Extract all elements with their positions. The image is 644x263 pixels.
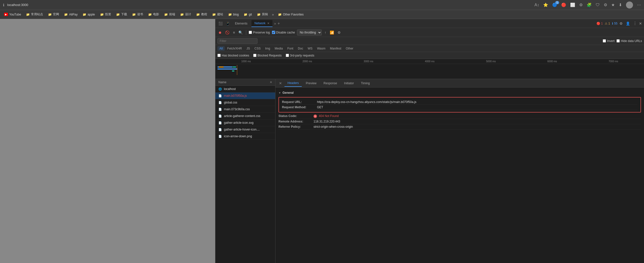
- type-filter-media[interactable]: Media: [273, 46, 285, 51]
- request-item-hover-icon[interactable]: 📄 gather-article-hover-icon....: [215, 126, 275, 133]
- tab-elements[interactable]: Elements: [232, 20, 250, 27]
- more-icon[interactable]: ⋯: [637, 2, 641, 7]
- detail-tab-initiator[interactable]: Initiator: [341, 80, 357, 86]
- filter-toggle-icon[interactable]: ≡: [232, 30, 236, 35]
- invert-checkbox[interactable]: Invert: [603, 39, 614, 43]
- bookmark-jian-zhan[interactable]: 📁 建站: [210, 11, 225, 18]
- download-icon[interactable]: ⬇: [619, 2, 622, 7]
- window-icon[interactable]: ⬜: [570, 2, 575, 7]
- record-button[interactable]: ⏺: [217, 30, 222, 35]
- bookmark-apple[interactable]: 📁 apple: [81, 12, 97, 17]
- detail-tab-timing[interactable]: Timing: [358, 80, 373, 86]
- request-item-main-css[interactable]: 📄 main.073c9b0a.css: [215, 106, 275, 113]
- preserve-log-checkbox[interactable]: Preserve log: [249, 31, 270, 34]
- request-item-main-js[interactable]: 📄 main.b070f50a.js: [215, 92, 275, 99]
- more-bookmarks-icon[interactable]: »: [271, 12, 275, 16]
- general-section-header[interactable]: ▼ General: [278, 90, 641, 96]
- request-item-global-css[interactable]: 📄 global.css: [215, 99, 275, 106]
- type-filter-css[interactable]: CSS: [252, 46, 263, 51]
- puzzle-icon[interactable]: 🧩: [587, 2, 592, 7]
- star-icon[interactable]: ★: [611, 2, 615, 7]
- type-filter-wasm[interactable]: Wasm: [315, 46, 328, 51]
- type-filter-all[interactable]: All: [217, 46, 225, 51]
- ruler-mark-6: 6000 ms: [522, 60, 583, 63]
- tabs-more-icon[interactable]: »: [274, 22, 276, 26]
- shield-icon[interactable]: 🛡: [596, 3, 600, 7]
- tab-network[interactable]: Network ✕: [251, 20, 272, 27]
- file-icon-main-css: 📄: [218, 108, 222, 111]
- detail-close-icon[interactable]: ✕: [277, 81, 283, 86]
- bookmark-guanwang[interactable]: 📁 官网: [46, 11, 61, 18]
- devtools-more-icon[interactable]: ⋮: [633, 21, 637, 26]
- hide-data-urls-checkbox[interactable]: Hide data URLs: [616, 39, 642, 43]
- detail-tab-headers[interactable]: Headers: [284, 80, 302, 87]
- blocked-requests-checkbox[interactable]: Blocked Requests: [253, 54, 282, 57]
- bookmark-other-favorites[interactable]: 📁 Other Favorites: [276, 12, 306, 17]
- bookmark-label-1: 常用站点: [31, 12, 43, 16]
- third-party-requests-checkbox[interactable]: 3rd-party requests: [286, 54, 314, 57]
- detail-tab-preview[interactable]: Preview: [303, 80, 319, 86]
- gear-icon[interactable]: ⚙: [579, 2, 583, 7]
- bookmark-tutorial[interactable]: 📁 教程: [194, 11, 209, 18]
- record-icon[interactable]: 🔴: [561, 2, 566, 7]
- bookmark-edit[interactable]: 📁 剪辑: [255, 11, 270, 18]
- timeline-ruler: 1000 ms 2000 ms 3000 ms 4000 ms 5000 ms …: [215, 59, 644, 64]
- ruler-mark-1: 1000 ms: [215, 60, 277, 63]
- disable-cache-checkbox[interactable]: Disable cache: [272, 31, 295, 34]
- filter-input[interactable]: [217, 38, 257, 44]
- page-url[interactable]: localhost:3000: [7, 3, 28, 7]
- wifi-icon[interactable]: 📶: [329, 30, 335, 35]
- bookmark-label-9: 前端: [169, 12, 175, 16]
- bookmark-star-icon[interactable]: ⭐: [543, 2, 548, 7]
- bookmark-movie[interactable]: 📁 电影: [146, 11, 161, 18]
- devtools-close-icon[interactable]: ✕: [639, 22, 642, 26]
- translate-icon[interactable]: A↕: [534, 3, 539, 7]
- type-filter-ws[interactable]: WS: [306, 46, 314, 51]
- youtube-icon: ▶: [4, 13, 8, 16]
- request-item-svg[interactable]: 📄 gather-article-icon.svg: [215, 120, 275, 126]
- bookmark-alipay[interactable]: 📁 AliPay: [62, 12, 80, 17]
- devtools-inspect-icon[interactable]: ⬛: [217, 20, 224, 26]
- bookmark-label-7: 读书: [137, 12, 143, 16]
- bookmark-label-15: 剪辑: [262, 12, 268, 16]
- request-item-arrow-icon[interactable]: 📄 icon-arrow-down.png: [215, 133, 275, 140]
- bookmark-download[interactable]: 📁 下载: [114, 11, 129, 18]
- folder-icon-15: 📁: [278, 13, 282, 16]
- type-filter-xhr[interactable]: Fetch/XHR: [225, 46, 244, 51]
- devtools-profile-icon[interactable]: 👤: [625, 20, 631, 26]
- bookmark-design[interactable]: 📁 设计: [178, 11, 193, 18]
- type-filter-manifest[interactable]: Manifest: [328, 46, 343, 51]
- request-area: Name ✕ 🌐 localhost 📄 main.b070f50a.js 📄 …: [215, 79, 644, 263]
- devtools-settings-icon[interactable]: ⚙: [619, 22, 623, 26]
- tab-network-close[interactable]: ✕: [267, 22, 269, 25]
- bookmark-invest[interactable]: 📁 投资: [98, 11, 113, 18]
- request-url-box: Request URL: https://cra-deploy.oss-cn-h…: [278, 97, 641, 112]
- avatar[interactable]: [626, 2, 633, 8]
- upload-icon[interactable]: ↑: [324, 30, 327, 35]
- type-filter-other[interactable]: Other: [344, 46, 355, 51]
- detail-tab-response[interactable]: Response: [320, 80, 340, 86]
- throttle-select[interactable]: No throttling: [297, 30, 322, 36]
- type-filter-js[interactable]: JS: [244, 46, 252, 51]
- close-panel-icon[interactable]: ✕: [270, 80, 272, 84]
- bookmark-git[interactable]: 📁 git: [242, 12, 254, 17]
- extension-badge-icon[interactable]: 🔵 5: [552, 2, 557, 7]
- bookmark-youtube[interactable]: ▶ YouTube: [2, 12, 23, 17]
- bookmark-blog[interactable]: 📁 blog: [226, 12, 241, 17]
- type-filter-doc[interactable]: Doc: [296, 46, 305, 51]
- bookmark-frontend[interactable]: 📁 前端: [162, 11, 177, 18]
- devtools-device-icon[interactable]: 📱: [225, 20, 231, 26]
- blocked-cookies-checkbox[interactable]: Has blocked cookies: [217, 54, 249, 57]
- type-filter-font[interactable]: Font: [285, 46, 295, 51]
- settings-icon[interactable]: ⚙: [604, 2, 607, 7]
- bookmark-read[interactable]: 📁 读书: [130, 11, 145, 18]
- request-item-article-css[interactable]: 📄 article-gatherer-content.css: [215, 113, 275, 120]
- bookmark-changyon[interactable]: 📁 常用站点: [24, 11, 45, 18]
- search-icon[interactable]: 🔍: [238, 30, 243, 35]
- clear-button[interactable]: 🚫: [224, 30, 230, 35]
- request-item-localhost[interactable]: 🌐 localhost: [215, 86, 275, 92]
- network-settings-icon[interactable]: ⚙: [337, 30, 342, 35]
- type-filter-img[interactable]: Img: [263, 46, 272, 51]
- folder-icon-1: 📁: [48, 13, 52, 16]
- tab-add-icon[interactable]: +: [277, 21, 280, 26]
